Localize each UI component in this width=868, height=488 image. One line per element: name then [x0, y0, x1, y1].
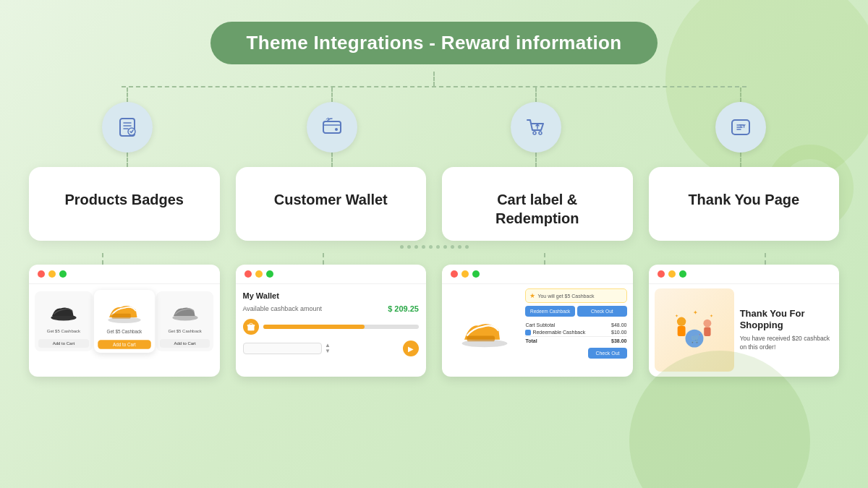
- wallet-amount: $ 209.25: [388, 304, 419, 313]
- shoe-img-2: [98, 294, 150, 328]
- products-badges-screenshot: Get $5 Cashback Add to Cart: [29, 265, 220, 377]
- title-connector: [433, 72, 435, 86]
- vline-up-1: [127, 87, 128, 102]
- cart-icon-bubble: [511, 102, 561, 153]
- svg-rect-10: [111, 313, 130, 318]
- wallet-stepper[interactable]: ▲ ▼: [325, 343, 331, 354]
- cart-right-content: ★ You will get $5 Cashback Redeem Cashba…: [525, 288, 626, 372]
- wallet-input-mock[interactable]: [243, 343, 323, 354]
- cart-icon: [524, 116, 548, 139]
- add-to-cart-btn-2[interactable]: Add to Cart: [98, 340, 150, 349]
- cart-icon-col: [511, 87, 561, 167]
- redeemable-row: Redeemable Cashback $10.00: [525, 328, 626, 336]
- subtotal-label: Cart Subtotal: [525, 322, 555, 328]
- bottom-conn-1: [102, 253, 103, 265]
- checkout-button-small[interactable]: Check Out: [577, 306, 627, 317]
- add-to-cart-btn-3[interactable]: Add to Cart: [160, 339, 210, 348]
- svg-point-5: [539, 132, 542, 134]
- win-red-3: [451, 270, 458, 278]
- cashback-notice-text: You will get $5 Cashback: [537, 294, 594, 299]
- vline-up-2: [331, 87, 333, 102]
- vline-up-3: [535, 87, 537, 102]
- svg-point-3: [335, 128, 338, 131]
- apply-button[interactable]: ▶: [403, 341, 419, 356]
- add-to-cart-btn-1[interactable]: Add to Cart: [38, 339, 89, 348]
- products-content: Get $5 Cashback Add to Cart: [29, 284, 220, 356]
- main-container: Theme Integrations - Reward information: [0, 0, 868, 488]
- win-green-1: [59, 270, 67, 278]
- redeem-cashback-button[interactable]: Redeem Cashback: [525, 306, 575, 317]
- redeemable-checkbox[interactable]: [525, 330, 531, 335]
- vline-bottom-3: [544, 253, 545, 265]
- dot-4: [422, 245, 425, 249]
- badge-icon-bubble: [102, 102, 153, 153]
- shoe-svg-1: [49, 301, 78, 322]
- subtotal-value: $48.00: [611, 322, 626, 328]
- wallet-orange-icon: [243, 319, 259, 335]
- svg-text:🛒: 🛒: [690, 333, 700, 343]
- cart-shoe-area: [448, 288, 521, 372]
- bottom-conn-2: [323, 253, 324, 265]
- redeemable-value: $10.00: [611, 330, 626, 335]
- cart-label-screenshot: ★ You will get $5 Cashback Redeem Cashba…: [442, 265, 633, 377]
- dot-9: [458, 245, 461, 249]
- wallet-icon-bubble: [307, 102, 357, 153]
- vline-bottom-2: [323, 253, 324, 265]
- vline-down-2: [331, 153, 333, 167]
- thankyou-heading: Thank You For Shopping: [740, 308, 833, 332]
- thank-you-title: Thank You Page: [688, 190, 799, 209]
- dot-2: [407, 245, 411, 249]
- cashback-badge-2: Get $5 Cashback: [98, 330, 150, 334]
- wallet-bar-fill: [263, 325, 365, 329]
- wallet-icon: [320, 116, 344, 139]
- cards-row: Products Badges Customer Wallet Cart lab…: [29, 167, 839, 241]
- dot-10: [465, 245, 469, 249]
- vline-bottom-1: [102, 253, 103, 265]
- total-label: Total: [525, 338, 537, 343]
- win-green-2: [266, 270, 273, 278]
- wallet-icon-col: [307, 87, 357, 167]
- thankyou-window-titlebar: [649, 265, 840, 284]
- cart-summary: Cart Subtotal $48.00 Redeemable Cashback…: [525, 321, 626, 345]
- cart-action-buttons: Redeem Cashback Check Out: [525, 306, 626, 317]
- shoe-img-1: [38, 295, 89, 328]
- svg-rect-15: [467, 335, 495, 341]
- products-badges-title: Products Badges: [65, 190, 184, 209]
- bottom-connectors-row: [102, 253, 766, 265]
- wallet-apply-row: ▲ ▼ ▶: [243, 341, 420, 356]
- product-item-3: Get $5 Cashback Add to Cart: [156, 291, 214, 351]
- badge-icon-col: [102, 87, 153, 167]
- redeemable-label-wrapper: Redeemable Cashback: [525, 330, 585, 335]
- wallet-bar: [263, 325, 420, 329]
- stepper-down[interactable]: ▼: [325, 348, 331, 354]
- cart-window-titlebar: [442, 265, 633, 284]
- dot-1: [400, 245, 404, 249]
- cashback-star-icon: ★: [529, 292, 535, 299]
- product-item-1: Get $5 Cashback Add to Cart: [35, 291, 93, 351]
- svg-point-4: [533, 132, 536, 134]
- thankyou-subtext: You have received $20 cashback on this o…: [740, 335, 833, 352]
- wallet-label: Available cashback amount: [243, 305, 322, 312]
- wallet-input-wrapper: ▲ ▼: [243, 343, 375, 354]
- svg-point-18: [676, 317, 685, 326]
- page-title: Theme Integrations - Reward information: [247, 32, 622, 54]
- dot-3: [414, 245, 418, 249]
- svg-rect-19: [677, 326, 685, 336]
- total-value: $38.00: [611, 338, 626, 343]
- icons-row: TY: [102, 87, 766, 167]
- horiz-dashed: [102, 86, 766, 87]
- win-red-4: [658, 270, 665, 278]
- win-red-1: [38, 270, 45, 278]
- svg-rect-2: [323, 121, 341, 133]
- cashback-notice-bar: ★ You will get $5 Cashback: [525, 288, 626, 303]
- customer-wallet-title: Customer Wallet: [274, 190, 388, 209]
- checkout-big-wrapper: Check Out: [525, 348, 626, 359]
- shoe-svg-2: [105, 296, 142, 325]
- checkout-big-button[interactable]: Check Out: [588, 348, 626, 359]
- shopping-illustration: 🛒 ✦ ✦ ✦: [669, 307, 720, 354]
- svg-point-20: [703, 320, 711, 328]
- win-red-2: [244, 270, 252, 278]
- customer-wallet-card: Customer Wallet: [236, 167, 427, 241]
- svg-text:✦: ✦: [674, 313, 678, 318]
- wallet-content: My Wallet Available cashback amount $ 20…: [236, 284, 427, 364]
